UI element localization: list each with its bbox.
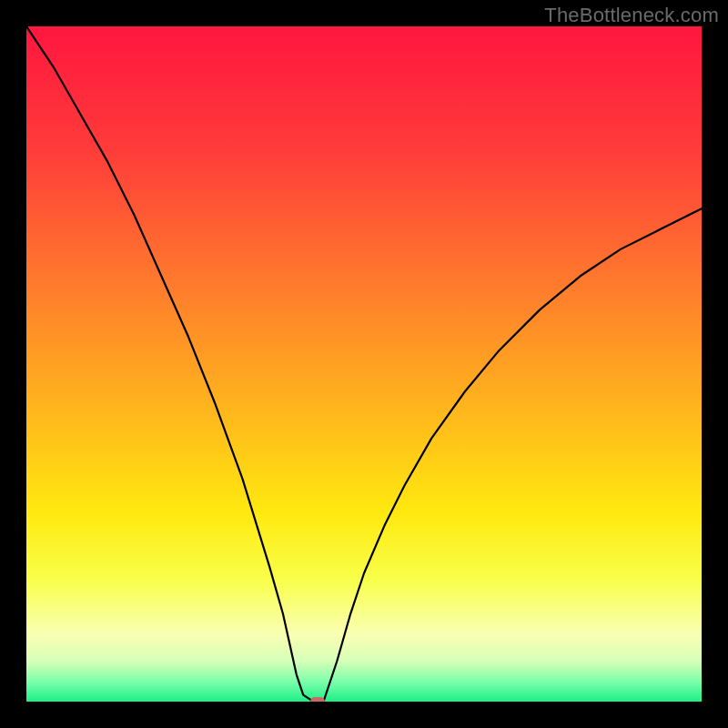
plot-area bbox=[26, 26, 702, 702]
optimal-point-marker bbox=[310, 697, 325, 702]
watermark-text: TheBottleneck.com bbox=[544, 4, 719, 27]
curve-left-branch bbox=[26, 26, 313, 702]
bottleneck-curve bbox=[26, 26, 702, 702]
chart-frame: TheBottleneck.com bbox=[0, 0, 728, 728]
curve-right-branch bbox=[323, 208, 702, 702]
